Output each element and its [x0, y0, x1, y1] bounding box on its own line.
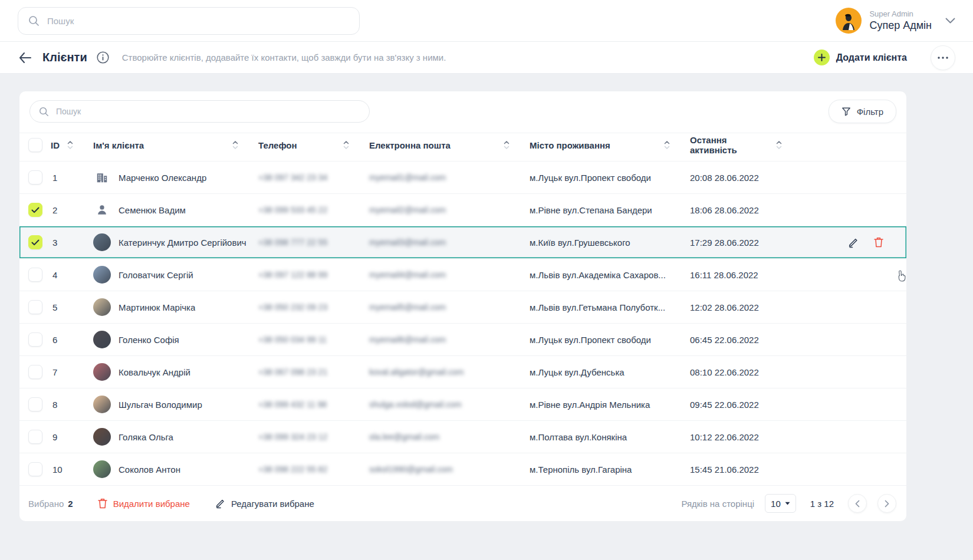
table-row[interactable]: 10 Соколов Антон +38 098 222 55 82 sokol…: [19, 453, 906, 486]
table-row[interactable]: 7 Ковальчук Андрій +38 067 098 23 21 kov…: [19, 356, 906, 388]
table-row[interactable]: 4 Головатчик Сергій +38 097 122 88 99 my…: [19, 259, 906, 291]
prev-page-button[interactable]: [848, 494, 867, 513]
row-id: 7: [51, 367, 93, 377]
sort-icon[interactable]: [232, 140, 238, 150]
table-search-input[interactable]: [55, 106, 360, 117]
topbar: Super Admin Супер Адмін: [0, 0, 973, 42]
sort-icon[interactable]: [776, 140, 782, 150]
back-button[interactable]: [18, 50, 33, 65]
info-icon[interactable]: [97, 51, 109, 64]
client-activity: 16:11 28.06.2022: [690, 270, 802, 280]
sort-icon[interactable]: [343, 140, 349, 150]
add-client-button[interactable]: Додати клієнта: [814, 50, 907, 65]
client-phone: +38 099 533 45 22: [258, 205, 369, 215]
row-checkbox[interactable]: [28, 300, 42, 314]
client-name: Шульгач Володимир: [119, 400, 202, 410]
client-name: Ковальчук Андрій: [119, 367, 190, 377]
global-search[interactable]: [18, 7, 360, 35]
table-footer: Вибрано 2 Видалити вибране Редагувати ви…: [19, 486, 906, 521]
client-email: myemail1@mail.com: [369, 173, 530, 182]
row-checkbox[interactable]: [28, 462, 42, 476]
table-row[interactable]: 2 Семенюк Вадим +38 099 533 45 22 myemai…: [19, 194, 906, 226]
table-search[interactable]: [29, 100, 370, 123]
row-id: 10: [51, 465, 93, 475]
client-name: Семенюк Вадим: [119, 205, 186, 215]
delete-selected-button[interactable]: Видалити вибране: [98, 498, 190, 509]
user-profile-menu[interactable]: Super Admin Супер Адмін: [836, 8, 955, 34]
sort-icon[interactable]: [664, 140, 670, 150]
select-all-checkbox[interactable]: [28, 138, 42, 152]
table-row[interactable]: 1 Марченко Олександр +38 097 342 23 34 m…: [19, 162, 906, 194]
rows-per-page-label: Рядків на сторінці: [681, 499, 754, 509]
sort-icon[interactable]: [504, 140, 509, 150]
client-avatar: [93, 428, 111, 446]
client-city: м.Тернопіль вул.Гагаріна: [530, 465, 690, 475]
client-email: myemail5@mail.com: [369, 302, 530, 312]
client-name: Голяка Ольга: [119, 432, 173, 442]
delete-row-button[interactable]: [874, 237, 883, 248]
client-name: Марченко Олександр: [119, 173, 206, 183]
column-header-activity[interactable]: Остання активність: [690, 135, 802, 155]
more-options-button[interactable]: [931, 45, 955, 70]
row-checkbox[interactable]: [28, 170, 42, 185]
client-city: м.Львів вул.Академіка Сахаров...: [530, 270, 690, 280]
row-checkbox[interactable]: [28, 332, 42, 347]
client-avatar: [93, 266, 111, 284]
table-row[interactable]: 6 Голенко Софія +38 050 034 99 11 myemai…: [19, 324, 906, 356]
page-title: Клієнти: [42, 51, 87, 64]
page-description: Створюйте клієнтів, додавайте їх контакт…: [122, 52, 446, 62]
client-avatar: [93, 460, 111, 478]
client-email: myemail2@mail.com: [369, 205, 530, 215]
row-checkbox[interactable]: [28, 268, 42, 282]
client-name: Мартинюк Марічка: [119, 302, 195, 312]
client-name: Соколов Антон: [119, 465, 180, 475]
client-city: м.Полтава вул.Конякіна: [530, 432, 690, 442]
next-page-button[interactable]: [877, 494, 896, 513]
client-activity: 12:02 28.06.2022: [690, 302, 802, 312]
client-activity: 10:12 22.06.2022: [690, 432, 802, 442]
column-header-email[interactable]: Електронна пошта: [369, 140, 530, 150]
client-email: myemail3@mail.com: [369, 238, 530, 247]
client-name: Катеринчук Дмитро Сергійович: [119, 238, 246, 248]
row-id: 1: [51, 173, 93, 183]
filter-button[interactable]: Фільтр: [829, 100, 896, 123]
row-checkbox[interactable]: [28, 365, 42, 379]
column-header-phone[interactable]: Телефон: [258, 140, 369, 150]
client-city: м.Київ вул.Грушевського: [530, 238, 690, 248]
client-phone: +38 097 342 23 34: [258, 173, 369, 182]
client-email: ola.lee@gmail.com: [369, 432, 530, 442]
table-row[interactable]: 3 Катеринчук Дмитро Сергійович +38 098 7…: [19, 226, 906, 259]
sort-icon[interactable]: [67, 140, 73, 150]
column-header-name[interactable]: Ім'я клієнта: [93, 140, 258, 150]
client-email: sokol1990@gmail.com: [369, 465, 530, 474]
client-avatar: [93, 201, 111, 219]
rows-per-page-select[interactable]: 10: [765, 494, 796, 513]
edit-row-button[interactable]: [847, 237, 859, 248]
client-city: м.Львів вул.Гетьмана Полуботк...: [530, 302, 690, 312]
table-row[interactable]: 8 Шульгач Володимир +38 099 432 11 98 sh…: [19, 388, 906, 421]
client-city: м.Луцьк вул.Пропект свободи: [530, 173, 690, 183]
row-checkbox[interactable]: [28, 430, 42, 444]
row-checkbox[interactable]: [28, 235, 42, 249]
client-phone: +38 099 324 23 12: [258, 432, 369, 442]
search-icon: [39, 107, 49, 117]
client-email: shulga.volod@gmail.com: [369, 400, 530, 409]
edit-selected-button[interactable]: Редагувати вибране: [215, 498, 314, 509]
trash-icon: [98, 498, 107, 509]
column-header-id[interactable]: ID: [51, 140, 93, 150]
table-row[interactable]: 5 Мартинюк Марічка +38 050 232 09 23 mye…: [19, 291, 906, 324]
row-id: 9: [51, 432, 93, 442]
column-header-city[interactable]: Місто проживання: [530, 140, 690, 150]
row-checkbox[interactable]: [28, 397, 42, 411]
global-search-input[interactable]: [46, 15, 349, 27]
table-row[interactable]: 9 Голяка Ольга +38 099 324 23 12 ola.lee…: [19, 421, 906, 453]
client-activity: 06:45 22.06.2022: [690, 335, 802, 345]
user-role: Super Admin: [869, 9, 932, 19]
user-name: Супер Адмін: [869, 19, 932, 32]
client-avatar: [93, 363, 111, 381]
row-checkbox[interactable]: [28, 203, 42, 217]
client-email: koval.aligator@gmail.com: [369, 367, 530, 377]
client-city: м.Луцьк вул.Пропект свободи: [530, 335, 690, 345]
page-header: Клієнти Створюйте клієнтів, додавайте їх…: [0, 42, 973, 74]
client-avatar: [93, 331, 111, 348]
